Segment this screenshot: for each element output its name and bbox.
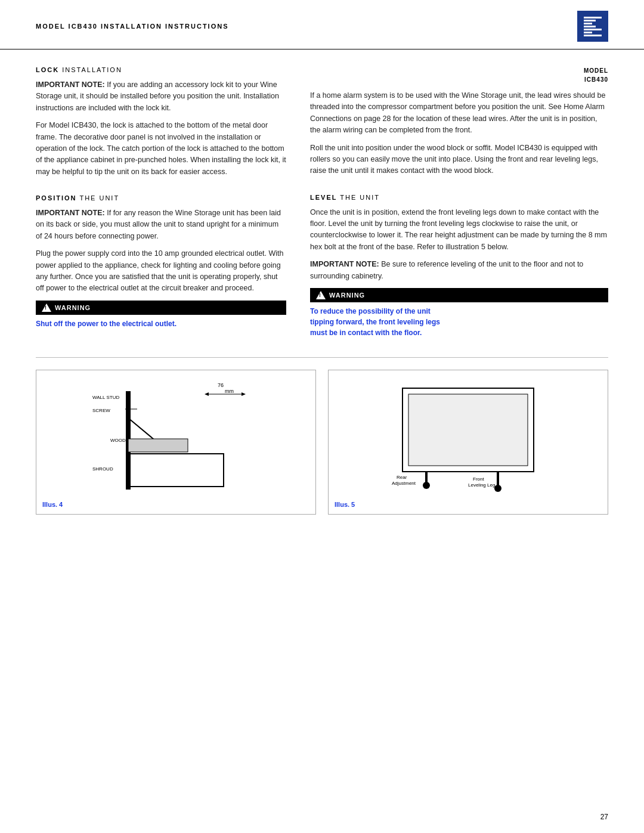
- warning-2-line2: tipping forward, the front leveling legs: [310, 318, 440, 326]
- warning-1-container: WARNING Shut off the power to the electr…: [36, 301, 286, 329]
- page: MODEL ICB430 INSTALLATION INSTRUCTIONS L…: [0, 0, 644, 833]
- warning-2-header: WARNING: [310, 288, 608, 302]
- level-paragraph-1: Once the unit is in position, extend the…: [310, 207, 608, 253]
- level-section-header: LEVEL THE UNIT: [310, 194, 608, 201]
- level-p2-strong: IMPORTANT NOTE:: [310, 260, 379, 268]
- illustration-5-box: Rear Adjustment Front Leveling Leg Illus…: [328, 370, 608, 515]
- screw-text: SCREW: [92, 408, 110, 413]
- shroud-rect: [128, 454, 224, 487]
- lock-section-header: LOCK INSTALLATION: [36, 66, 286, 73]
- logo-line-6: [584, 32, 592, 33]
- level-rest: THE UNIT: [337, 194, 380, 201]
- warning-1-header: WARNING: [36, 301, 286, 315]
- header-title: MODEL ICB430 INSTALLATION INSTRUCTIONS: [36, 23, 229, 30]
- header-right: [577, 11, 608, 42]
- warning-2-icon: [316, 291, 326, 299]
- position-p1-strong: IMPORTANT NOTE:: [36, 209, 105, 217]
- logo-line-4: [584, 26, 596, 27]
- logo: [577, 11, 608, 42]
- header: MODEL ICB430 INSTALLATION INSTRUCTIONS: [0, 0, 644, 49]
- illus-5-label: Illus. 5: [335, 501, 602, 508]
- lock-p1-strong: IMPORTANT NOTE:: [36, 80, 105, 89]
- wall-stud-text: WALL STUD: [92, 395, 119, 400]
- front-level-foot: [494, 485, 501, 492]
- dim-arrow-right: [242, 392, 246, 396]
- illustrations-area: WALL STUD 76 mm SCREW WOOD BLOCK: [0, 370, 644, 515]
- lock-label-rest: INSTALLATION: [62, 66, 122, 73]
- right-paragraph-1: If a home alarm system is to be used wit…: [310, 90, 608, 137]
- logo-lines: [584, 17, 602, 36]
- logo-line-1: [584, 17, 602, 18]
- position-label: POSITION: [36, 194, 77, 202]
- left-column: LOCK INSTALLATION IMPORTANT NOTE: If you…: [36, 49, 286, 345]
- rear-adj-foot: [423, 482, 430, 489]
- wood-block-rect: [128, 439, 188, 452]
- illus-4-label: Illus. 4: [42, 501, 309, 508]
- illustration-5-svg: Rear Adjustment Front Leveling Leg: [335, 376, 602, 496]
- shroud-text: SHROUD: [92, 466, 113, 472]
- logo-line-2: [584, 20, 596, 21]
- lock-paragraph-1: IMPORTANT NOTE: If you are adding an acc…: [36, 79, 286, 114]
- logo-line-7: [584, 35, 602, 36]
- level-paragraph-2: IMPORTANT NOTE: Be sure to reference lev…: [310, 259, 608, 282]
- position-paragraph-2: Plug the power supply cord into the 10 a…: [36, 248, 286, 295]
- rear-adj-label1: Rear: [397, 475, 407, 480]
- position-section-header: POSITION THE UNIT: [36, 194, 286, 202]
- warning-2-line3: must be in contact with the floor.: [310, 329, 422, 337]
- warning-2-container: WARNING To reduce the possibility of the…: [310, 288, 608, 338]
- right-column: MODEL ICB430 If a home alarm system is t…: [310, 49, 608, 345]
- warning-1-label: WARNING: [55, 304, 91, 311]
- dim-76-text: 76: [218, 382, 224, 388]
- warning-1-content: Shut off the power to the electrical out…: [36, 318, 286, 329]
- warning-1-icon: [42, 304, 51, 312]
- position-rest: THE UNIT: [77, 194, 120, 202]
- level-label: LEVEL: [310, 194, 337, 201]
- model-line1: MODEL: [310, 66, 608, 75]
- section-divider: [36, 357, 608, 358]
- dim-arrow-left: [205, 392, 209, 396]
- rear-adj-label2: Adjustment: [392, 481, 416, 486]
- unit-inner: [408, 394, 528, 466]
- warning-2-content: To reduce the possibility of the unit ti…: [310, 306, 608, 338]
- right-model-label: MODEL ICB430: [310, 66, 608, 84]
- page-number: 27: [600, 813, 608, 821]
- illustration-4-svg: WALL STUD 76 mm SCREW WOOD BLOCK: [42, 376, 309, 496]
- warning-2-label: WARNING: [329, 292, 365, 299]
- logo-line-5: [584, 29, 602, 30]
- logo-line-3: [584, 23, 592, 24]
- warning-2-line1: To reduce the possibility of the unit: [310, 307, 431, 315]
- dim-mm-text: mm: [225, 388, 234, 394]
- right-paragraph-2: Roll the unit into position under the wo…: [310, 143, 608, 177]
- model-line2: ICB430: [310, 75, 608, 84]
- front-level-label1: Front: [473, 476, 484, 482]
- lock-label: LOCK: [36, 66, 59, 73]
- front-level-label2: Leveling Leg: [468, 482, 495, 488]
- illustration-4-box: WALL STUD 76 mm SCREW WOOD BLOCK: [36, 370, 316, 515]
- main-content: LOCK INSTALLATION IMPORTANT NOTE: If you…: [0, 49, 644, 345]
- position-paragraph-1: IMPORTANT NOTE: If for any reason the Wi…: [36, 208, 286, 242]
- lock-paragraph-2: For Model ICB430, the lock is attached t…: [36, 120, 286, 178]
